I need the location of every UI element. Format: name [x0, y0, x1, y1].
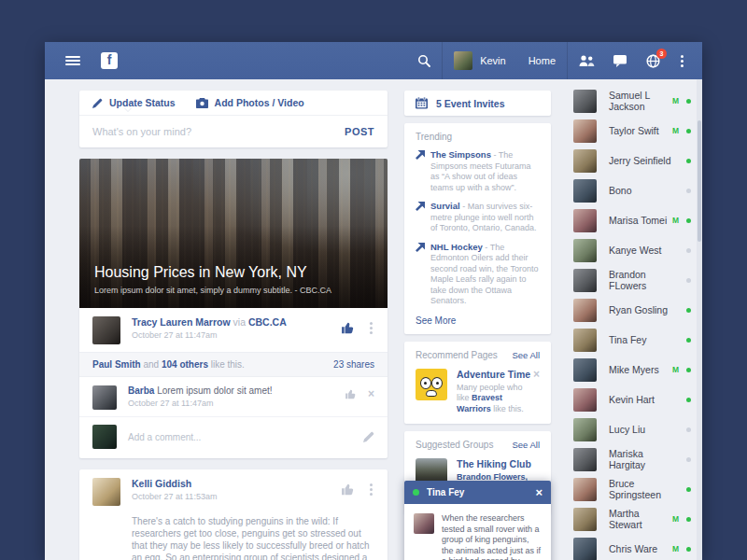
- status-dot: [686, 99, 691, 104]
- contact-row[interactable]: Kanye West: [573, 235, 691, 265]
- post-options-icon[interactable]: [368, 482, 374, 497]
- status-composer: Update Status Add Photos / Video What's …: [79, 91, 388, 147]
- comment: Barba Lorem ipsum dolor sit amet! Octobe…: [79, 377, 388, 416]
- update-status-label: Update Status: [109, 97, 176, 108]
- contact-row[interactable]: Mariska Hargitay: [573, 444, 691, 474]
- trending-arrow-icon: [416, 202, 425, 211]
- contact-name: Brandon FLowers: [609, 269, 679, 291]
- contact-row[interactable]: Kevin Hart: [573, 385, 691, 414]
- trending-label: Trending: [416, 132, 540, 142]
- trending-item: Survial - Man survives six-metre plunge …: [416, 201, 540, 234]
- notifications-icon[interactable]: 3: [646, 54, 660, 68]
- post-author-link[interactable]: Tracy Lauren Marrow: [132, 316, 231, 328]
- friend-requests-icon[interactable]: [579, 55, 595, 67]
- event-invites-card[interactable]: 5 Event Invites: [404, 91, 551, 116]
- mobile-indicator: M: [672, 216, 679, 225]
- contact-name: Samuel L Jackson: [609, 90, 672, 112]
- status-input[interactable]: What's on your mind?: [92, 126, 345, 137]
- contact-row[interactable]: Mike Myers M: [573, 355, 691, 385]
- facebook-logo[interactable]: f: [101, 52, 118, 69]
- hamburger-menu-icon[interactable]: [65, 54, 80, 67]
- chat-header[interactable]: Tina Fey ×: [404, 481, 551, 504]
- comment-remove-icon[interactable]: ×: [368, 388, 374, 399]
- shares-count-link[interactable]: 23 shares: [333, 359, 374, 370]
- liker-name-link[interactable]: Paul Smith: [92, 359, 141, 370]
- add-photos-tab[interactable]: Add Photos / Video: [196, 97, 304, 108]
- contact-row[interactable]: Brandon FLowers: [573, 265, 691, 295]
- avatar: [573, 538, 597, 560]
- photo-caption: Housing Prices in New York, NY Lorem ips…: [94, 264, 373, 295]
- likes-suffix: like this.: [208, 359, 245, 370]
- contact-row[interactable]: Bruce Springsteen: [573, 474, 691, 504]
- chat-contact-name[interactable]: Tina Fey: [427, 487, 535, 497]
- post-author-link[interactable]: Kelli Giddish: [132, 478, 191, 489]
- via-label: via: [231, 316, 248, 328]
- contact-row[interactable]: Samuel L Jackson M: [573, 86, 691, 116]
- avatar[interactable]: [92, 385, 117, 410]
- update-status-tab[interactable]: Update Status: [92, 97, 176, 108]
- mobile-indicator: M: [672, 544, 679, 553]
- contact-row[interactable]: Chris Ware M: [573, 534, 691, 560]
- post-photo-nyc-skyline[interactable]: Housing Prices in New York, NY Lorem ips…: [79, 159, 388, 308]
- contact-row[interactable]: Taylor Swift M: [573, 116, 691, 146]
- post-button[interactable]: POST: [345, 126, 374, 137]
- group-title-link[interactable]: The Hiking Club: [457, 458, 540, 469]
- see-all-groups-link[interactable]: See All: [512, 440, 540, 450]
- chat-close-icon[interactable]: ×: [535, 486, 543, 498]
- trending-topic-link[interactable]: NHL Hockey: [430, 242, 483, 252]
- contact-name: Marisa Tomei: [609, 215, 672, 226]
- contact-row[interactable]: Ryan Gosling: [573, 295, 691, 325]
- write-comment-pencil-icon[interactable]: [363, 431, 374, 442]
- status-dot: [686, 547, 691, 552]
- like-icon[interactable]: [342, 322, 355, 334]
- scrollbar-thumb[interactable]: [698, 120, 701, 242]
- comment-like-icon[interactable]: [345, 389, 357, 399]
- mobile-indicator: M: [672, 514, 679, 524]
- adventure-time-page-icon[interactable]: [416, 369, 447, 400]
- comment-timestamp: October 27 at 11:47am: [128, 399, 345, 408]
- facebook-logo-letter: f: [107, 52, 112, 67]
- pencil-icon: [92, 98, 103, 108]
- contact-row[interactable]: Tina Fey: [573, 325, 691, 355]
- user-avatar[interactable]: [454, 51, 472, 70]
- trending-topic-link[interactable]: Survial: [430, 201, 460, 211]
- avatar: [573, 388, 597, 412]
- contact-row[interactable]: Lucy Liu: [573, 414, 691, 444]
- dismiss-page-icon[interactable]: ×: [533, 369, 540, 415]
- page-title-link[interactable]: Adventure Time: [457, 369, 533, 380]
- comment-author-link[interactable]: Barba: [128, 385, 154, 396]
- add-comment-input[interactable]: Add a comment...: [128, 432, 363, 442]
- contact-name: Bruce Springsteen: [609, 478, 679, 500]
- contact-row[interactable]: Jerry Seinfield: [573, 146, 691, 175]
- nav-home-link[interactable]: Home: [529, 55, 556, 66]
- navbar-divider: [442, 42, 443, 79]
- messages-icon[interactable]: [613, 55, 627, 67]
- contact-name: Mariska Hargitay: [609, 448, 679, 470]
- trending-arrow-icon: [416, 150, 425, 160]
- scrollbar-track[interactable]: [697, 79, 702, 560]
- trending-item: NHL Hockey - The Edmonton Oilers add the…: [416, 242, 540, 307]
- contact-row[interactable]: Bono: [573, 175, 691, 205]
- search-icon[interactable]: [417, 54, 430, 67]
- avatar: [573, 149, 597, 173]
- contact-row[interactable]: Martha Stewart M: [573, 504, 691, 534]
- contact-name: Ryan Gosling: [609, 304, 679, 315]
- contact-row[interactable]: Marisa Tomei M: [573, 205, 691, 235]
- nav-user-name[interactable]: Kevin: [480, 55, 506, 66]
- status-dot: [686, 368, 691, 372]
- avatar: [573, 448, 597, 471]
- trending-topic-link[interactable]: The Simpsons: [430, 149, 491, 160]
- contact-name: Chris Ware: [609, 543, 672, 554]
- see-all-pages-link[interactable]: See All: [512, 350, 540, 360]
- like-icon[interactable]: [342, 483, 355, 496]
- mobile-indicator: M: [672, 126, 679, 135]
- post-source-link[interactable]: CBC.CA: [248, 316, 287, 328]
- suggested-groups-label: Suggested Groups: [416, 440, 493, 450]
- more-options-icon[interactable]: [679, 53, 685, 69]
- see-more-link[interactable]: See More: [416, 315, 540, 326]
- avatar[interactable]: [92, 478, 120, 506]
- contacts-sidebar: Samuel L Jackson M Taylor Swift M Jerry …: [573, 86, 691, 560]
- post-options-icon[interactable]: [368, 320, 374, 336]
- likes-others-link[interactable]: 104 others: [162, 359, 208, 370]
- avatar[interactable]: [92, 316, 120, 344]
